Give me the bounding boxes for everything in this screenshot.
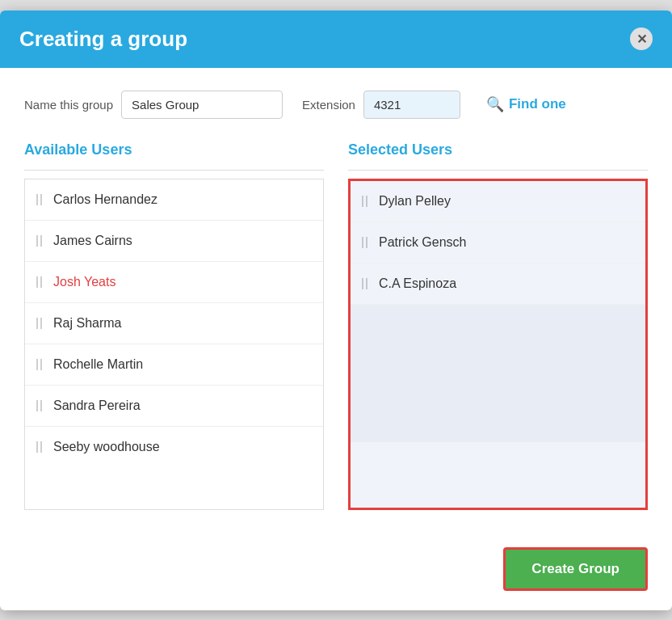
form-row: Name this group Extension 🔍 Find one bbox=[24, 91, 648, 119]
user-name: Sandra Pereira bbox=[53, 399, 141, 413]
drag-handle bbox=[362, 237, 368, 248]
modal-header: Creating a group ✕ bbox=[0, 11, 672, 68]
selected-users-column: Selected Users Dylan Pelley Patrick Gens… bbox=[348, 141, 648, 510]
modal-body: Name this group Extension 🔍 Find one Ava… bbox=[0, 68, 672, 534]
create-group-button[interactable]: Create Group bbox=[503, 547, 648, 591]
name-label: Name this group bbox=[24, 98, 113, 112]
extension-group: Extension bbox=[302, 91, 460, 119]
find-one-button[interactable]: 🔍 Find one bbox=[486, 95, 566, 113]
selected-list-empty bbox=[351, 305, 645, 442]
list-item[interactable]: Seeby woodhouse bbox=[25, 427, 323, 467]
user-name: Dylan Pelley bbox=[379, 194, 451, 209]
close-button[interactable]: ✕ bbox=[630, 27, 653, 50]
list-item[interactable]: Dylan Pelley bbox=[351, 181, 645, 222]
selected-divider bbox=[348, 170, 648, 171]
extension-input[interactable] bbox=[363, 91, 460, 119]
available-divider bbox=[24, 170, 324, 171]
drag-handle bbox=[36, 194, 42, 205]
drag-handle bbox=[36, 441, 42, 453]
list-item[interactable]: James Cairns bbox=[25, 221, 323, 262]
columns: Available Users Carlos Hernandez James C… bbox=[24, 141, 648, 510]
drag-handle bbox=[362, 278, 368, 289]
drag-handle bbox=[36, 400, 42, 411]
drag-handle bbox=[36, 235, 42, 247]
user-name: Carlos Hernandez bbox=[53, 192, 158, 207]
drag-handle bbox=[36, 318, 42, 329]
list-item[interactable]: Josh Yeats bbox=[25, 262, 323, 303]
find-one-label: Find one bbox=[509, 96, 566, 112]
list-item[interactable]: C.A Espinoza bbox=[351, 264, 645, 305]
user-name: Rochelle Martin bbox=[53, 357, 143, 372]
selected-users-list[interactable]: Dylan Pelley Patrick Gensch C.A Espinoza bbox=[348, 179, 648, 510]
available-users-title: Available Users bbox=[24, 141, 324, 158]
user-name: James Cairns bbox=[53, 234, 132, 248]
modal-title: Creating a group bbox=[19, 27, 187, 52]
list-item[interactable]: Sandra Pereira bbox=[25, 386, 323, 427]
user-name: Patrick Gensch bbox=[379, 235, 466, 250]
list-item[interactable]: Carlos Hernandez bbox=[25, 179, 323, 221]
drag-handle bbox=[362, 196, 368, 207]
user-name: Seeby woodhouse bbox=[53, 440, 160, 454]
list-item[interactable]: Patrick Gensch bbox=[351, 222, 645, 264]
user-name: Raj Sharma bbox=[53, 316, 121, 331]
name-group: Name this group bbox=[24, 91, 283, 119]
list-item[interactable]: Rochelle Martin bbox=[25, 344, 323, 386]
list-item[interactable]: Raj Sharma bbox=[25, 303, 323, 344]
drag-handle bbox=[36, 359, 42, 370]
drag-handle bbox=[36, 276, 42, 288]
extension-label: Extension bbox=[302, 98, 355, 112]
selected-users-title: Selected Users bbox=[348, 141, 648, 158]
user-name: Josh Yeats bbox=[53, 275, 116, 289]
available-users-column: Available Users Carlos Hernandez James C… bbox=[24, 141, 324, 510]
available-users-list[interactable]: Carlos Hernandez James Cairns Josh Yeats bbox=[24, 179, 324, 510]
name-input[interactable] bbox=[121, 91, 283, 119]
search-icon: 🔍 bbox=[486, 95, 504, 113]
footer: Create Group bbox=[0, 534, 672, 610]
user-name: C.A Espinoza bbox=[379, 276, 456, 291]
create-group-modal: Creating a group ✕ Name this group Exten… bbox=[0, 11, 672, 610]
